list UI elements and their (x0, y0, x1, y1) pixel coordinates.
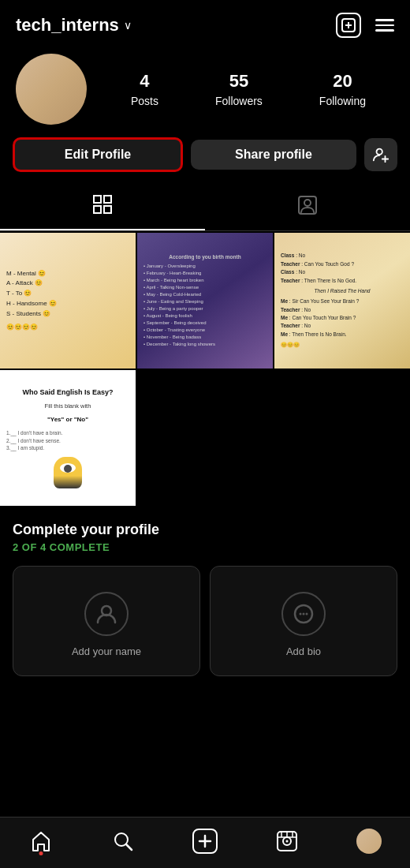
new-post-icon[interactable] (336, 13, 361, 38)
tab-grid[interactable] (0, 185, 205, 230)
svg-rect-6 (94, 196, 101, 203)
add-name-card[interactable]: Add your name (13, 566, 200, 676)
grid-item[interactable]: According to you birth month • January -… (137, 233, 273, 369)
tab-tagged[interactable] (205, 185, 410, 230)
header: tech_interns ∨ (0, 0, 410, 46)
hamburger-menu-icon[interactable] (375, 19, 394, 32)
posts-count: 4 (140, 71, 149, 92)
svg-rect-8 (94, 206, 101, 213)
chevron-down-icon[interactable]: ∨ (124, 19, 132, 32)
nav-dot (39, 851, 43, 855)
svg-point-16 (306, 612, 308, 615)
tab-bar (0, 185, 410, 231)
following-label: Following (319, 95, 366, 107)
person-icon (84, 592, 129, 636)
grid-item[interactable]: M - Mental 😊 A - Attack 😊 T - To 😊 H - H… (0, 233, 136, 369)
action-buttons: Edit Profile Share profile (0, 137, 410, 185)
following-stat[interactable]: 20 Following (319, 71, 366, 107)
posts-label: Posts (131, 95, 158, 107)
header-left: tech_interns ∨ (16, 15, 132, 36)
complete-cards-row: Add your name Add bio (13, 566, 397, 676)
stats-row: 4 Posts 55 Followers 20 Following (102, 71, 394, 107)
grid-icon (92, 194, 113, 219)
grid-item[interactable]: Class : No Teacher : Can You Touch God ?… (274, 233, 410, 369)
nav-avatar (356, 829, 382, 854)
chat-icon (281, 592, 326, 636)
complete-profile-section: Complete your profile 2 OF 4 COMPLETE Ad… (0, 506, 410, 689)
svg-point-3 (377, 149, 382, 155)
edit-profile-button[interactable]: Edit Profile (13, 137, 183, 172)
profile-section: 4 Posts 55 Followers 20 Following (0, 46, 410, 137)
svg-point-24 (286, 840, 289, 843)
complete-profile-subtitle: 2 OF 4 COMPLETE (13, 541, 397, 553)
bottom-nav (0, 817, 410, 868)
followers-stat[interactable]: 55 Followers (215, 71, 263, 107)
complete-profile-title: Complete your profile (13, 522, 397, 538)
followers-label: Followers (215, 95, 263, 107)
add-person-button[interactable] (364, 138, 397, 171)
add-bio-label: Add bio (286, 645, 321, 657)
svg-point-11 (304, 200, 311, 206)
nav-search[interactable] (104, 825, 142, 857)
photo-grid: M - Mental 😊 A - Attack 😊 T - To 😊 H - H… (0, 233, 410, 506)
svg-point-14 (300, 612, 302, 615)
nav-reels[interactable] (268, 825, 306, 857)
svg-rect-9 (104, 206, 111, 213)
svg-line-18 (126, 844, 132, 850)
add-name-label: Add your name (72, 645, 141, 657)
svg-rect-7 (104, 196, 111, 203)
share-profile-button[interactable]: Share profile (191, 140, 356, 170)
posts-stat[interactable]: 4 Posts (131, 71, 158, 107)
add-bio-card[interactable]: Add bio (210, 566, 397, 676)
username-label[interactable]: tech_interns (16, 15, 119, 36)
svg-point-15 (303, 612, 305, 615)
avatar[interactable] (16, 54, 87, 125)
portrait-icon (297, 195, 318, 220)
followers-count: 55 (229, 71, 248, 92)
header-right (336, 13, 394, 38)
nav-add[interactable] (186, 825, 224, 857)
grid-item[interactable]: Who Said English Is Easy? Fill this blan… (0, 370, 136, 506)
following-count: 20 (333, 71, 352, 92)
nav-profile[interactable] (350, 825, 388, 857)
nav-home[interactable] (22, 825, 60, 857)
